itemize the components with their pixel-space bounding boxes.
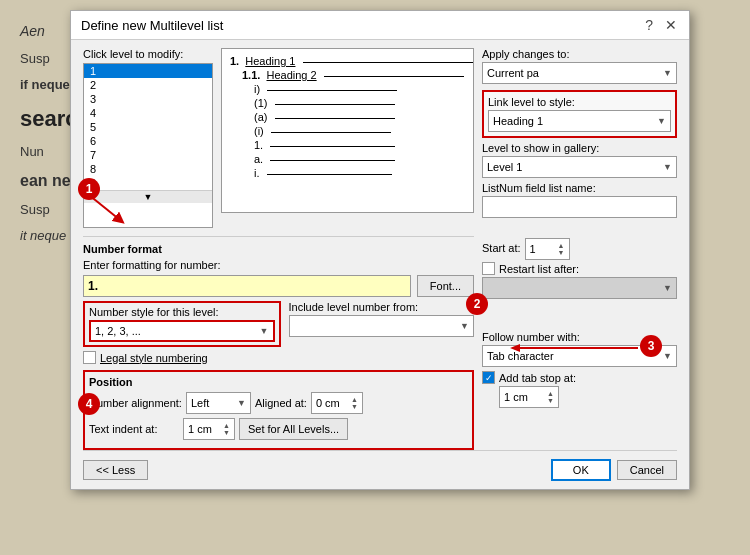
level-item-3[interactable]: 3 [84, 92, 212, 106]
level-list: 1 2 3 4 5 6 7 8 9 ▼ [83, 63, 213, 228]
number-style-arrow: ▼ [260, 326, 269, 336]
right-main: Start at: 1 ▲▼ Restart list after: ▼ [482, 236, 677, 450]
level-gallery-section: Level to show in gallery: Level 1 ▼ [482, 142, 677, 178]
number-format-section: Number format Enter formatting for numbe… [83, 236, 474, 364]
help-button[interactable]: ? [643, 17, 655, 33]
cancel-button[interactable]: Cancel [617, 460, 677, 480]
level-gallery-label: Level to show in gallery: [482, 142, 677, 154]
tab-stop-value: 1 cm [504, 391, 528, 403]
link-level-arrow: ▼ [657, 116, 666, 126]
preview-line-8: a. [254, 153, 465, 165]
level-item-5[interactable]: 5 [84, 120, 212, 134]
preview-line-5: (a) [254, 111, 465, 123]
alignment-dropdown[interactable]: Left ▼ [186, 392, 251, 414]
preview-line-9: i. [254, 167, 465, 179]
title-bar-controls: ? ✕ [643, 17, 679, 33]
preview-line-1: 1. Heading 1 [230, 55, 465, 67]
define-multilevel-dialog: Define new Multilevel list ? ✕ Click lev… [70, 10, 690, 490]
level-item-8[interactable]: 8 [84, 162, 212, 176]
tab-stop-row: 1 cm ▲▼ [499, 386, 677, 408]
alignment-value: Left [191, 397, 209, 409]
number-style-dropdown[interactable]: 1, 2, 3, ... ▼ [89, 320, 275, 342]
style-section: Number style for this level: 1, 2, 3, ..… [83, 301, 281, 347]
text-indent-label: Text indent at: [89, 423, 179, 435]
alignment-label: Number alignment: [89, 397, 182, 409]
dialog-title-bar: Define new Multilevel list ? ✕ [71, 11, 689, 40]
follow-label: Follow number with: [482, 331, 677, 343]
tab-stop-spin[interactable]: 1 cm ▲▼ [499, 386, 559, 408]
less-button[interactable]: << Less [83, 460, 148, 480]
follow-dropdown[interactable]: Tab character ▼ [482, 345, 677, 367]
restart-checkbox[interactable] [482, 262, 495, 275]
close-button[interactable]: ✕ [663, 17, 679, 33]
format-row: Enter formatting for number: [83, 259, 474, 271]
link-level-section: Link level to style: Heading 1 ▼ [482, 90, 677, 138]
number-style-value: 1, 2, 3, ... [95, 325, 141, 337]
add-tab-checkbox[interactable]: ✓ [482, 371, 495, 384]
dialog-body: Click level to modify: 1 2 3 4 5 6 7 8 9… [71, 40, 689, 489]
alignment-arrow: ▼ [237, 398, 246, 408]
restart-arrow: ▼ [663, 283, 672, 293]
enter-format-label: Enter formatting for number: [83, 259, 221, 271]
level-item-2[interactable]: 2 [84, 78, 212, 92]
level-scroll-down[interactable]: ▼ [84, 190, 212, 203]
apply-changes-section: Apply changes to: Current pa ▼ [482, 48, 677, 84]
follow-value: Tab character [487, 350, 554, 362]
font-button[interactable]: Font... [417, 275, 474, 297]
preview-line-4: (1) [254, 97, 465, 109]
aligned-at-spin[interactable]: 0 cm ▲▼ [311, 392, 363, 414]
click-level-label: Click level to modify: [83, 48, 213, 60]
include-section: Include level number from: ▼ [289, 301, 475, 337]
preview-line-3: i) [254, 83, 465, 95]
style-row: Number style for this level: 1, 2, 3, ..… [83, 301, 474, 347]
preview-area: 1. Heading 1 1.1. Heading 2 i) (1) (a) (… [221, 48, 474, 213]
level-panel: Click level to modify: 1 2 3 4 5 6 7 8 9… [83, 48, 213, 228]
left-main: Number format Enter formatting for numbe… [83, 236, 474, 450]
start-at-spin[interactable]: 1 ▲▼ [525, 238, 570, 260]
right-panel: Apply changes to: Current pa ▼ Link leve… [482, 48, 677, 228]
level-item-7[interactable]: 7 [84, 148, 212, 162]
aligned-at-arrows: ▲▼ [351, 396, 358, 410]
add-tab-label: Add tab stop at: [499, 372, 576, 384]
format-input[interactable] [83, 275, 411, 297]
preview-line-6: (i) [254, 125, 465, 137]
aligned-at-value: 0 cm [316, 397, 340, 409]
level-item-9[interactable]: 9 [84, 176, 212, 190]
legal-label: Legal style numbering [100, 352, 208, 364]
ok-button[interactable]: OK [551, 459, 611, 481]
number-format-title: Number format [83, 243, 474, 255]
alignment-row: Number alignment: Left ▼ Aligned at: 0 c… [89, 392, 468, 414]
set-all-button[interactable]: Set for All Levels... [239, 418, 348, 440]
start-at-arrows: ▲▼ [558, 242, 565, 256]
start-at-value: 1 [530, 243, 536, 255]
level-gallery-value: Level 1 [487, 161, 522, 173]
main-sections: Number format Enter formatting for numbe… [83, 236, 677, 450]
level-item-4[interactable]: 4 [84, 106, 212, 120]
restart-dropdown[interactable]: ▼ [482, 277, 677, 299]
text-indent-arrows: ▲▼ [223, 422, 230, 436]
aligned-at-label: Aligned at: [255, 397, 307, 409]
text-indent-row: Text indent at: 1 cm ▲▼ Set for All Leve… [89, 418, 468, 440]
link-level-dropdown[interactable]: Heading 1 ▼ [488, 110, 671, 132]
text-indent-spin[interactable]: 1 cm ▲▼ [183, 418, 235, 440]
level-item-1[interactable]: 1 [84, 64, 212, 78]
include-level-label: Include level number from: [289, 301, 475, 313]
listnum-input[interactable] [482, 196, 677, 218]
dialog-title: Define new Multilevel list [81, 18, 223, 33]
legal-checkbox[interactable] [83, 351, 96, 364]
start-at-row: Start at: 1 ▲▼ [482, 238, 677, 260]
include-level-arrow: ▼ [460, 321, 469, 331]
apply-changes-dropdown[interactable]: Current pa ▼ [482, 62, 677, 84]
add-tab-row: ✓ Add tab stop at: [482, 371, 677, 384]
format-input-container: Enter formatting for number: [83, 259, 474, 271]
level-item-6[interactable]: 6 [84, 134, 212, 148]
top-section: Click level to modify: 1 2 3 4 5 6 7 8 9… [83, 48, 677, 228]
preview-line-2: 1.1. Heading 2 [242, 69, 465, 81]
level-gallery-dropdown[interactable]: Level 1 ▼ [482, 156, 677, 178]
start-at-label: Start at: [482, 242, 521, 254]
link-level-value: Heading 1 [493, 115, 543, 127]
include-level-dropdown[interactable]: ▼ [289, 315, 475, 337]
link-level-label: Link level to style: [488, 96, 671, 108]
tab-stop-arrows: ▲▼ [547, 390, 554, 404]
level-gallery-arrow: ▼ [663, 162, 672, 172]
